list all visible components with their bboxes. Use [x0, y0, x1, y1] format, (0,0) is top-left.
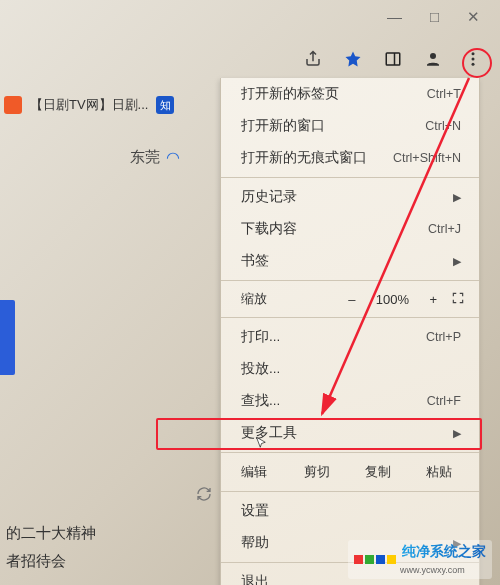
menu-shortcut: Ctrl+T [427, 87, 461, 101]
menu-label: 帮助 [241, 534, 269, 552]
refresh-icon[interactable] [196, 486, 212, 505]
menu-label: 打开新的标签页 [241, 85, 339, 103]
tab-favicon-2: 知 [156, 96, 174, 114]
menu-print[interactable]: 打印... Ctrl+P [221, 321, 479, 353]
zoom-in-button[interactable]: + [429, 292, 437, 307]
menu-bookmarks[interactable]: 书签 ▶ [221, 245, 479, 277]
menu-label: 投放... [241, 360, 280, 378]
watermark-text: 纯净系统之家 [402, 543, 486, 559]
chevron-right-icon: ▶ [453, 427, 461, 440]
menu-separator [221, 317, 479, 318]
menu-shortcut: Ctrl+F [427, 394, 461, 408]
edit-cut[interactable]: 剪切 [287, 463, 348, 481]
zoom-out-button[interactable]: – [348, 292, 355, 307]
menu-downloads[interactable]: 下载内容 Ctrl+J [221, 213, 479, 245]
menu-new-tab[interactable]: 打开新的标签页 Ctrl+T [221, 78, 479, 110]
watermark: 纯净系统之家 www.ycwxy.com [348, 540, 492, 579]
kebab-icon[interactable] [464, 50, 482, 71]
sidebar-accent [0, 300, 15, 375]
menu-label: 打印... [241, 328, 280, 346]
zoom-percent: 100% [369, 292, 415, 307]
star-icon[interactable] [344, 50, 362, 71]
menu-label: 查找... [241, 392, 280, 410]
menu-incognito[interactable]: 打开新的无痕式窗口 Ctrl+Shift+N [221, 142, 479, 174]
tab-favicon [4, 96, 22, 114]
watermark-logo-icon [354, 555, 396, 564]
menu-label: 退出 [241, 573, 269, 585]
content-line-2: 者招待会 [6, 552, 66, 571]
svg-rect-0 [386, 53, 400, 65]
content-line-1: 的二十大精神 [6, 524, 96, 543]
menu-label: 更多工具 [241, 424, 297, 442]
menu-label: 下载内容 [241, 220, 297, 238]
menu-settings[interactable]: 设置 [221, 495, 479, 527]
menu-label: 历史记录 [241, 188, 297, 206]
city-label: 东莞 [130, 148, 160, 167]
menu-shortcut: Ctrl+Shift+N [393, 151, 461, 165]
minimize-icon[interactable]: — [387, 8, 402, 26]
edit-copy[interactable]: 复制 [348, 463, 409, 481]
menu-label: 书签 [241, 252, 269, 270]
menu-label: 编辑 [241, 463, 287, 481]
chevron-right-icon: ▶ [453, 255, 461, 268]
fullscreen-icon[interactable] [451, 291, 465, 308]
menu-shortcut: Ctrl+N [425, 119, 461, 133]
menu-zoom: 缩放 – 100% + [221, 284, 479, 314]
svg-point-4 [472, 58, 475, 61]
menu-find[interactable]: 查找... Ctrl+F [221, 385, 479, 417]
svg-point-5 [472, 63, 475, 66]
menu-label: 打开新的无痕式窗口 [241, 149, 367, 167]
chevron-right-icon: ▶ [453, 191, 461, 204]
menu-new-window[interactable]: 打开新的窗口 Ctrl+N [221, 110, 479, 142]
menu-history[interactable]: 历史记录 ▶ [221, 181, 479, 213]
menu-label: 缩放 [241, 290, 267, 308]
menu-label: 打开新的窗口 [241, 117, 325, 135]
weather-icon: ◠ [166, 148, 180, 167]
maximize-icon[interactable]: □ [430, 8, 439, 26]
menu-shortcut: Ctrl+J [428, 222, 461, 236]
menu-cast[interactable]: 投放... [221, 353, 479, 385]
svg-point-3 [472, 52, 475, 55]
watermark-url: www.ycwxy.com [400, 565, 465, 575]
svg-point-2 [430, 53, 436, 59]
menu-separator [221, 280, 479, 281]
menu-label: 设置 [241, 502, 269, 520]
cursor-icon [254, 436, 269, 454]
profile-icon[interactable] [424, 50, 442, 71]
menu-separator [221, 177, 479, 178]
share-icon[interactable] [304, 50, 322, 71]
menu-separator [221, 491, 479, 492]
menu-shortcut: Ctrl+P [426, 330, 461, 344]
browser-menu: 打开新的标签页 Ctrl+T 打开新的窗口 Ctrl+N 打开新的无痕式窗口 C… [220, 78, 480, 585]
menu-edit: 编辑 剪切 复制 粘贴 [221, 456, 479, 488]
edit-paste[interactable]: 粘贴 [408, 463, 469, 481]
panel-icon[interactable] [384, 50, 402, 71]
close-icon[interactable]: ✕ [467, 8, 480, 26]
tab-title[interactable]: 【日剧TV网】日剧... [30, 96, 148, 114]
